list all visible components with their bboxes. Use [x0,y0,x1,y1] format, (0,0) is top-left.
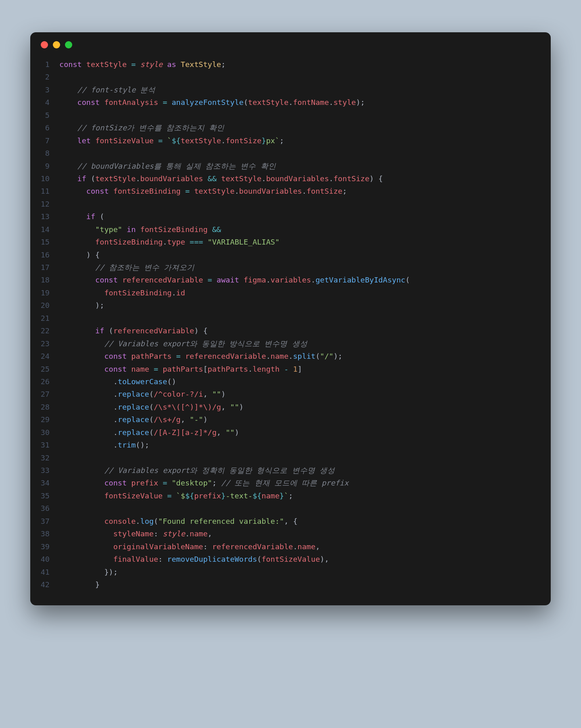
line-number: 11 [36,185,59,197]
line-number: 38 [36,527,59,540]
code-line: 17 // 참조하는 변수 가져오기 [36,261,539,274]
line-number: 32 [36,452,59,464]
line-number: 40 [36,553,59,565]
line-number: 20 [36,299,59,312]
code-line: 3 // font-style 분석 [36,84,539,96]
code-line: 10 if (textStyle.boundVariables && textS… [36,172,539,185]
code-editor-window: 1const textStyle = style as TextStyle;2 … [30,32,551,605]
code-content [59,109,64,121]
line-number: 9 [36,160,59,172]
code-content [59,147,64,159]
code-content: .replace(/^color-?/i, "") [59,388,226,400]
line-number: 15 [36,236,59,248]
code-line: 25 const name = pathParts[pathParts.leng… [36,363,539,375]
line-number: 1 [36,58,59,71]
line-number: 41 [36,566,59,578]
code-content: .replace(/\s*\([^)]*\)/g, "") [59,401,244,413]
code-line: 14 "type" in fontSizeBinding && [36,223,539,236]
code-line: 31 .trim(); [36,439,539,451]
code-content: if (referencedVariable) { [59,324,208,337]
code-content: // Variables export와 동일한 방식으로 변수명 생성 [59,337,307,350]
line-number: 21 [36,312,59,324]
code-content: // fontSize가 변수를 참조하는지 확인 [59,121,225,134]
line-number: 23 [36,337,59,350]
line-number: 36 [36,502,59,515]
code-content [59,312,64,324]
code-content: styleName: style.name, [59,527,212,540]
line-number: 14 [36,223,59,236]
code-line: 8 [36,147,539,159]
line-number: 4 [36,96,59,109]
code-line: 26 .toLowerCase() [36,375,539,388]
code-line: 13 if ( [36,210,539,223]
code-line: 27 .replace(/^color-?/i, "") [36,388,539,400]
line-number: 7 [36,134,59,147]
line-number: 3 [36,84,59,96]
code-line: 9 // boundVariables를 통해 실제 참조하는 변수 확인 [36,160,539,172]
line-number: 42 [36,578,59,591]
code-line: 23 // Variables export와 동일한 방식으로 변수명 생성 [36,337,539,350]
code-line: 28 .replace(/\s*\([^)]*\)/g, "") [36,401,539,413]
code-content: const fontSizeBinding = textStyle.boundV… [59,185,347,197]
code-content: fontSizeBinding.id [59,287,185,299]
code-content [59,198,64,210]
code-content: const fontAnalysis = analyzeFontStyle(te… [59,96,365,109]
line-number: 37 [36,515,59,527]
code-line: 41 }); [36,566,539,578]
line-number: 5 [36,109,59,121]
code-line: 12 [36,198,539,210]
line-number: 18 [36,274,59,286]
line-number: 34 [36,477,59,489]
line-number: 24 [36,350,59,362]
code-content: const prefix = "desktop"; // 또는 현재 모드에 따… [59,477,349,489]
line-number: 2 [36,71,59,83]
code-line: 11 const fontSizeBinding = textStyle.bou… [36,185,539,197]
code-content: .trim(); [59,439,149,451]
line-number: 17 [36,261,59,274]
code-line: 16 ) { [36,249,539,261]
minimize-icon[interactable] [53,41,60,48]
code-content: originalVariableName: referencedVariable… [59,540,320,553]
code-content: const textStyle = style as TextStyle; [59,58,226,71]
code-content: ); [59,299,104,312]
code-content: .replace(/[A-Z][a-z]*/g, "") [59,426,239,439]
code-content: const pathParts = referencedVariable.nam… [59,350,343,362]
code-content: finalValue: removeDuplicateWords(fontSiz… [59,553,329,565]
code-line: 15 fontSizeBinding.type === "VARIABLE_AL… [36,236,539,248]
line-number: 13 [36,210,59,223]
code-line: 29 .replace(/\s+/g, "-") [36,413,539,426]
code-content: // 참조하는 변수 가져오기 [59,261,194,274]
code-content: console.log("Found referenced variable:"… [59,515,297,527]
line-number: 29 [36,413,59,426]
code-line: 4 const fontAnalysis = analyzeFontStyle(… [36,96,539,109]
line-number: 30 [36,426,59,439]
code-line: 36 [36,502,539,515]
code-content: if ( [59,210,104,223]
line-number: 26 [36,375,59,388]
line-number: 25 [36,363,59,375]
code-line: 19 fontSizeBinding.id [36,287,539,299]
code-content: const name = pathParts[pathParts.length … [59,363,302,375]
code-content: const referencedVariable = await figma.v… [59,274,410,286]
line-number: 22 [36,324,59,337]
code-line: 40 finalValue: removeDuplicateWords(font… [36,553,539,565]
line-number: 28 [36,401,59,413]
zoom-icon[interactable] [65,41,72,48]
close-icon[interactable] [41,41,48,48]
code-content [59,71,64,83]
code-content: }); [59,566,118,578]
code-line: 35 fontSizeValue = `$${prefix}-text-${na… [36,490,539,502]
line-number: 12 [36,198,59,210]
code-content [59,502,64,515]
code-content: .toLowerCase() [59,375,176,388]
line-number: 16 [36,249,59,261]
code-content: ) { [59,249,100,261]
code-line: 7 let fontSizeValue = `${textStyle.fontS… [36,134,539,147]
code-area[interactable]: 1const textStyle = style as TextStyle;2 … [30,56,551,605]
line-number: 27 [36,388,59,400]
code-line: 32 [36,452,539,464]
code-line: 34 const prefix = "desktop"; // 또는 현재 모드… [36,477,539,489]
code-line: 38 styleName: style.name, [36,527,539,540]
code-content: // boundVariables를 통해 실제 참조하는 변수 확인 [59,160,276,172]
code-line: 24 const pathParts = referencedVariable.… [36,350,539,362]
